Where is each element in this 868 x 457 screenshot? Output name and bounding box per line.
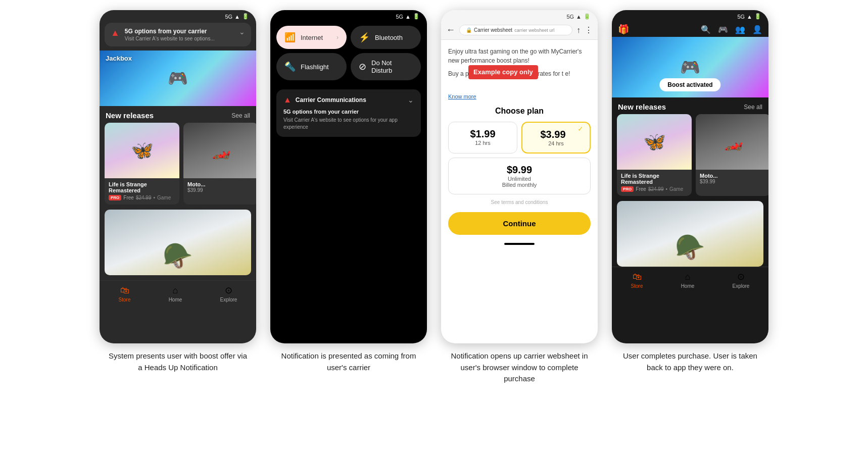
screen2-phone: 5G ▲ 🔋 📶 Internet › ⚡ Bluetooth 🔦 Flashl…: [270, 10, 427, 343]
nav-explore-1[interactable]: ⊙ Explore: [220, 285, 237, 302]
nav-store-label-4: Store: [631, 283, 643, 289]
gamepad-icon-4[interactable]: 🎮: [718, 25, 728, 34]
game-card-life-strange-1[interactable]: 🦋 Life is Strange Remastered PRO Free $2…: [105, 123, 179, 205]
battery-icon-3: 🔋: [584, 13, 591, 20]
large-game-card-4[interactable]: 🪖: [617, 201, 763, 267]
flashlight-tile[interactable]: 🔦 Flashlight: [276, 53, 347, 80]
game-price-free-1: Free: [123, 195, 134, 200]
dnd-icon: ⊘: [359, 61, 366, 72]
game-image-moto-4: 🏎️: [696, 114, 768, 170]
game-price-free-4: Free: [636, 186, 646, 192]
status-5g-3: 5G: [566, 14, 574, 20]
game-image-life-strange-1: 🦋: [105, 123, 179, 178]
nav-home-4[interactable]: ⌂ Home: [681, 272, 695, 289]
plan-price-999: $9.99: [455, 164, 584, 176]
more-options-icon[interactable]: ⋮: [585, 25, 593, 35]
game-info-4: Life is Strange Remastered PRO Free $24.…: [617, 170, 692, 196]
gift-icon-4: 🎁: [618, 24, 629, 35]
plan-price-399: $3.99: [528, 129, 584, 140]
nav-explore-4[interactable]: ⊙ Explore: [732, 271, 749, 289]
plan-duration-12: 12 hrs: [455, 140, 511, 146]
game-title-1: Life is Strange Remastered: [109, 181, 175, 193]
game-card-moto-4[interactable]: 🏎️ Moto... $39.99: [696, 114, 768, 196]
soldier-image-1: 🪖: [163, 242, 193, 270]
game-meta-4: PRO Free $24.99 • Game: [621, 186, 688, 192]
notif-title-1: 5G options from your carrier: [125, 28, 234, 35]
large-game-card-1[interactable]: 🪖: [105, 210, 251, 275]
continue-button[interactable]: Continue: [448, 212, 591, 235]
top-bar-4: 🎁 🔍 🎮 👥 👤: [612, 21, 768, 37]
nav-home-1[interactable]: ⌂ Home: [169, 285, 182, 302]
notification-text-1: 5G options from your carrier Visit Carri…: [125, 28, 234, 41]
caption-2: Notification is presented as coming from…: [278, 350, 419, 373]
wifi-icon: 📶: [284, 32, 296, 43]
game-meta-1: PRO Free $24.99 • Game: [109, 195, 175, 200]
see-all-link-4[interactable]: See all: [744, 104, 762, 111]
caption-4: User completes purchase. User is taken b…: [619, 350, 761, 373]
browser-bar: ← 🔒 Carrier websheet carrier websheet ur…: [441, 21, 598, 40]
store-icon-1: 🛍: [120, 285, 129, 296]
plan-card-399[interactable]: ✓ $3.99 24 hrs: [521, 122, 591, 154]
carrier-msg-title: 5G options from your carrier: [283, 109, 414, 115]
carrier-notification-card[interactable]: ▲ Carrier Communications ⌄ 5G options fr…: [276, 89, 421, 137]
share-icon[interactable]: ↑: [576, 26, 581, 35]
battery-icon-4: 🔋: [754, 13, 761, 20]
game-image-life-strange-4: 🦋: [617, 114, 692, 170]
bluetooth-tile[interactable]: ⚡ Bluetooth: [351, 26, 421, 49]
plan-card-199[interactable]: $1.99 12 hrs: [448, 122, 517, 154]
carrier-header: ▲ Carrier Communications ⌄: [283, 95, 414, 105]
pro-badge-4: PRO: [621, 186, 634, 192]
nav-store-label-1: Store: [119, 297, 131, 302]
game-price-moto-4: $39.99: [700, 179, 766, 184]
flashlight-label: Flashlight: [301, 63, 329, 71]
screen2-column: 5G ▲ 🔋 📶 Internet › ⚡ Bluetooth 🔦 Flashl…: [268, 10, 429, 373]
notif-subtitle-1: Visit Carrier A's website to see options…: [125, 36, 234, 41]
choose-plan-title: Choose plan: [448, 107, 591, 116]
game-card-life-strange-4[interactable]: 🦋 Life is Strange Remastered PRO Free $2…: [617, 114, 692, 196]
section-title-1: New releases: [106, 111, 154, 120]
bottom-nav-4: 🛍 Store ⌂ Home ⊙ Explore: [612, 267, 768, 294]
know-more-link[interactable]: Know more: [448, 93, 591, 99]
status-bar-1: 5G ▲ 🔋: [100, 10, 256, 21]
nav-store-1[interactable]: 🛍 Store: [119, 285, 131, 302]
carrier-title: Carrier Communications: [296, 96, 366, 104]
nav-explore-label-4: Explore: [732, 283, 749, 289]
new-releases-header-1: New releases See all: [100, 106, 256, 123]
status-5g-4: 5G: [737, 14, 745, 20]
search-icon-4[interactable]: 🔍: [701, 25, 711, 34]
status-bar-4: 5G ▲ 🔋: [612, 10, 768, 21]
game-title-moto-1: Moto...: [187, 181, 254, 187]
people-icon-4[interactable]: 👥: [735, 25, 745, 34]
nav-explore-label-1: Explore: [220, 297, 237, 302]
pro-badge-1: PRO: [109, 195, 121, 200]
status-5g-2: 5G: [396, 14, 403, 20]
bluetooth-label: Bluetooth: [375, 34, 403, 41]
url-bar[interactable]: 🔒 Carrier websheet carrier websheet url: [459, 25, 572, 35]
game-card-moto-1[interactable]: 🏎️ Moto... $39.99: [183, 123, 256, 205]
home-icon-1: ⌂: [173, 285, 178, 296]
banner-4: 🎮 Boost activated: [612, 37, 768, 97]
back-button[interactable]: ←: [446, 25, 455, 35]
game-price-moto-1: $39.99: [187, 187, 254, 193]
do-not-disturb-tile[interactable]: ⊘ Do Not Disturb: [351, 53, 421, 80]
screen4-column: 5G ▲ 🔋 🎁 🔍 🎮 👥 👤 🎮 Boost activated: [609, 10, 771, 373]
caption-1: System presents user with boost offer vi…: [107, 350, 249, 373]
internet-tile[interactable]: 📶 Internet ›: [276, 26, 347, 49]
carrier-msg-body: Visit Carrier A's website to see options…: [283, 117, 414, 131]
home-icon-4: ⌂: [685, 272, 691, 282]
top-icons-4: 🔍 🎮 👥 👤: [701, 25, 762, 34]
signal-icon-1: ▲: [234, 14, 240, 20]
plan-card-999[interactable]: $9.99 Unlimited Billed monthly: [448, 158, 591, 194]
notification-card-1[interactable]: ▲ 5G options from your carrier Visit Car…: [105, 23, 251, 46]
websheet-body: Enjoy ultra fast gaming on the go with M…: [441, 40, 598, 252]
explore-icon-1: ⊙: [225, 285, 232, 296]
terms-link[interactable]: See terms and conditions: [448, 199, 591, 205]
profile-icon-4[interactable]: 👤: [752, 25, 762, 34]
chevron-down-icon-1: ⌄: [239, 28, 245, 36]
url-address: carrier websheet url: [514, 28, 554, 33]
game-info-1: Life is Strange Remastered PRO Free $24.…: [105, 178, 179, 205]
nav-store-4[interactable]: 🛍 Store: [631, 272, 643, 289]
game-title-moto-4: Moto...: [700, 173, 766, 179]
signal-icon-2: ▲: [405, 14, 411, 20]
see-all-link-1[interactable]: See all: [231, 112, 250, 119]
